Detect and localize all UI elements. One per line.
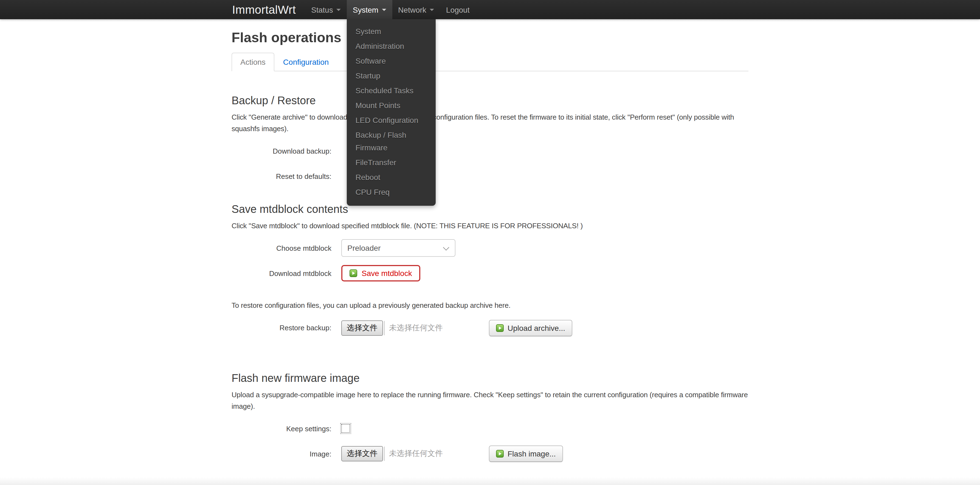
dropdown-item-system[interactable]: System bbox=[347, 24, 436, 39]
keep-settings-label: Keep settings: bbox=[232, 425, 331, 433]
chevron-down-icon bbox=[382, 8, 386, 11]
download-mtdblock-label: Download mtdblock bbox=[232, 269, 331, 277]
nav-label-status: Status bbox=[311, 5, 333, 14]
dropdown-item-backup-flash-firmware[interactable]: Backup / Flash Firmware bbox=[347, 128, 436, 155]
luci-page: ImmortalWrt Status System System Adminis… bbox=[0, 0, 980, 485]
flash-image-button[interactable]: Flash image... bbox=[489, 446, 563, 462]
nav-item-network[interactable]: Network bbox=[392, 0, 440, 19]
flash-heading: Flash new firmware image bbox=[232, 371, 748, 385]
dropdown-item-scheduled-tasks[interactable]: Scheduled Tasks bbox=[347, 83, 436, 98]
file-status-text: 未选择任何文件 bbox=[389, 449, 443, 459]
keep-settings-row: Keep settings: bbox=[232, 420, 748, 437]
dropdown-item-startup[interactable]: Startup bbox=[347, 68, 436, 83]
mtdblock-select-value: Preloader bbox=[347, 243, 380, 252]
tab-bar: Actions Configuration bbox=[232, 52, 748, 72]
mtdblock-select[interactable]: Preloader bbox=[341, 239, 455, 257]
choose-file-button[interactable]: 选择文件 bbox=[341, 446, 383, 462]
mtdblock-description: Click "Save mtdblock" to download specif… bbox=[232, 220, 748, 232]
chevron-down-icon bbox=[430, 8, 434, 11]
nav-label-logout: Logout bbox=[446, 5, 470, 14]
upload-archive-button[interactable]: Upload archive... bbox=[489, 320, 572, 336]
dropdown-item-administration[interactable]: Administration bbox=[347, 39, 436, 54]
file-status-text: 未选择任何文件 bbox=[389, 323, 443, 333]
apply-icon bbox=[496, 324, 504, 332]
nav-item-logout[interactable]: Logout bbox=[440, 0, 476, 19]
dropdown-item-reboot[interactable]: Reboot bbox=[347, 170, 436, 185]
choose-mtdblock-label: Choose mtdblock bbox=[232, 244, 331, 252]
tab-actions[interactable]: Actions bbox=[232, 52, 274, 72]
flash-image-button-label: Flash image... bbox=[508, 450, 556, 458]
choose-file-button[interactable]: 选择文件 bbox=[341, 320, 383, 336]
navbar: ImmortalWrt Status System System Adminis… bbox=[0, 0, 980, 19]
choose-mtdblock-row: Choose mtdblock Preloader bbox=[232, 239, 748, 257]
download-mtdblock-row: Download mtdblock Save mtdblock bbox=[232, 264, 748, 282]
backup-restore-description: Click "Generate archive" to download a t… bbox=[232, 111, 748, 135]
apply-icon bbox=[350, 269, 357, 277]
tab-configuration[interactable]: Configuration bbox=[274, 52, 338, 72]
section-save-mtdblock: Save mtdblock contents Click "Save mtdbl… bbox=[232, 202, 748, 282]
dropdown-item-cpu-freq[interactable]: CPU Freq bbox=[347, 185, 436, 200]
main-menu: Status System System Administration Soft… bbox=[305, 0, 476, 19]
chevron-down-icon bbox=[336, 8, 341, 11]
file-input-divider bbox=[384, 447, 385, 461]
upload-archive-button-label: Upload archive... bbox=[508, 323, 565, 332]
chevron-down-icon bbox=[443, 244, 449, 250]
restore-backup-row: Restore backup: 选择文件 未选择任何文件 Upload arch… bbox=[232, 319, 748, 337]
download-backup-label: Download backup: bbox=[232, 147, 331, 155]
backup-restore-heading: Backup / Restore bbox=[232, 93, 748, 108]
nav-item-status[interactable]: Status bbox=[305, 0, 347, 19]
section-flash-firmware: Flash new firmware image Upload a sysupg… bbox=[232, 371, 748, 463]
image-file-input: 选择文件 未选择任何文件 bbox=[341, 446, 443, 462]
save-mtdblock-button-label: Save mtdblock bbox=[361, 269, 412, 278]
bottom-fade bbox=[0, 477, 980, 485]
system-dropdown-menu: System Administration Software Startup S… bbox=[347, 19, 436, 206]
dropdown-item-software[interactable]: Software bbox=[347, 54, 436, 68]
restore-description: To restore configuration files, you can … bbox=[232, 300, 748, 312]
nav-label-system: System bbox=[353, 5, 378, 14]
apply-icon bbox=[496, 450, 504, 458]
navbar-container: ImmortalWrt Status System System Adminis… bbox=[232, 0, 748, 19]
reset-defaults-label: Reset to defaults: bbox=[232, 172, 331, 181]
image-label: Image: bbox=[232, 450, 331, 458]
section-backup-restore: Backup / Restore Click "Generate archive… bbox=[232, 93, 748, 186]
dropdown-item-led-configuration[interactable]: LED Configuration bbox=[347, 113, 436, 128]
keep-settings-checkbox[interactable] bbox=[341, 425, 350, 433]
download-backup-row: Download backup: bbox=[232, 142, 748, 160]
dropdown-item-mount-points[interactable]: Mount Points bbox=[347, 98, 436, 113]
page-content: Flash operations Actions Configuration B… bbox=[232, 30, 748, 485]
image-row: Image: 选择文件 未选择任何文件 Flash image... bbox=[232, 445, 748, 463]
save-mtdblock-button[interactable]: Save mtdblock bbox=[341, 265, 420, 281]
file-input-divider bbox=[384, 321, 385, 335]
restore-file-input: 选择文件 未选择任何文件 bbox=[341, 320, 443, 336]
flash-description: Upload a sysupgrade-compatible image her… bbox=[232, 389, 748, 412]
reset-defaults-row: Reset to defaults: bbox=[232, 168, 748, 185]
restore-backup-label: Restore backup: bbox=[232, 324, 331, 332]
brand-logo[interactable]: ImmortalWrt bbox=[232, 0, 296, 19]
page-title: Flash operations bbox=[232, 30, 748, 46]
nav-item-system[interactable]: System System Administration Software St… bbox=[347, 0, 392, 19]
mtdblock-heading: Save mtdblock contents bbox=[232, 202, 748, 216]
nav-label-network: Network bbox=[398, 5, 426, 14]
dropdown-item-filetransfer[interactable]: FileTransfer bbox=[347, 155, 436, 170]
